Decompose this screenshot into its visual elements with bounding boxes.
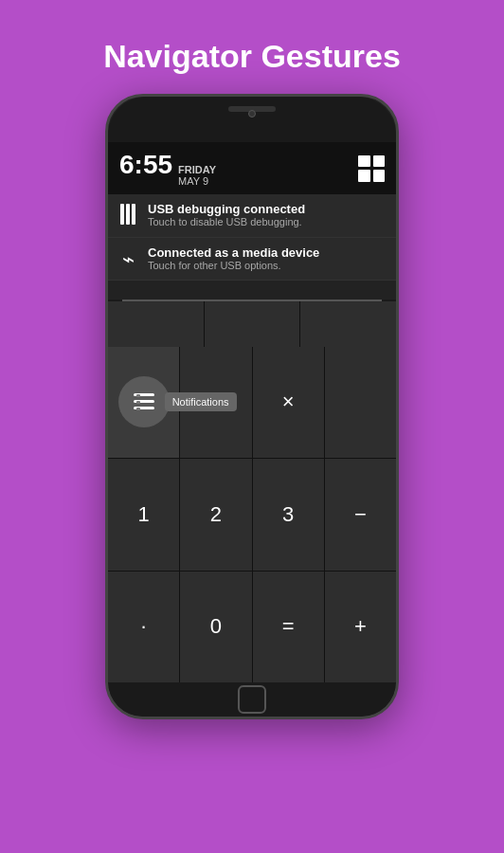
notifications-label: Notifications (165, 392, 237, 411)
svg-rect-2 (132, 204, 135, 225)
calc-rows: Notifications 6 × 1 2 3 − · 0 = (108, 347, 396, 683)
grid-icon (358, 155, 385, 182)
calc-btn-plus[interactable]: + (325, 572, 396, 683)
svg-rect-8 (136, 408, 140, 410)
notification-usb-media[interactable]: ⌁ Connected as a media device Touch for … (108, 238, 396, 281)
volume-up-button[interactable] (105, 210, 108, 239)
usb-media-icon: ⌁ (117, 247, 138, 272)
calc-row-1: Notifications 6 × (108, 347, 396, 459)
calc-btn-minus[interactable]: − (325, 459, 396, 571)
phone-top-bar (108, 97, 396, 142)
clock-time: 6:55 (119, 150, 172, 180)
calc-btn-multiply[interactable]: × (253, 347, 324, 459)
phone-device: 6:55 FRIDAY MAY 9 (105, 94, 399, 719)
calc-btn-empty-r1 (325, 347, 396, 459)
phone-screen: 6:55 FRIDAY MAY 9 (108, 142, 396, 682)
calculator-area: Notifications 6 × 1 2 3 − · 0 = (108, 301, 396, 683)
date-label: MAY 9 (178, 175, 216, 187)
calc-row-2: 1 2 3 − (108, 459, 396, 571)
screen-dark-area (108, 281, 396, 299)
usb-media-subtitle: Touch for other USB options. (148, 260, 319, 271)
usb-media-title: Connected as a media device (148, 245, 319, 260)
svg-rect-7 (136, 401, 140, 404)
day-label: FRIDAY (178, 164, 216, 175)
calc-btn-1[interactable]: 1 (108, 459, 179, 571)
calc-row-3: · 0 = + (108, 572, 396, 683)
notifications-circle-button[interactable] (118, 376, 170, 427)
page-title: Navigator Gestures (103, 38, 401, 75)
date-block: FRIDAY MAY 9 (178, 164, 216, 187)
notification-usb-debug[interactable]: USB debugging connected Touch to disable… (108, 194, 396, 238)
phone-bottom-bar (108, 682, 396, 717)
calc-btn-2[interactable]: 2 (180, 459, 251, 571)
usb-debug-title: USB debugging connected (148, 202, 305, 216)
usb-debug-subtitle: Touch to disable USB debugging. (148, 216, 305, 227)
calc-btn-dot[interactable]: · (108, 572, 179, 683)
notifications-trigger-cell[interactable]: Notifications (108, 347, 179, 459)
calc-empty-cell-3 (300, 301, 396, 347)
calc-btn-0[interactable]: 0 (180, 572, 251, 683)
time-block: 6:55 FRIDAY MAY 9 (119, 150, 216, 187)
calc-empty-cell-2 (205, 301, 300, 347)
power-button[interactable] (396, 229, 399, 277)
svg-rect-0 (120, 204, 124, 225)
calc-btn-3[interactable]: 3 (253, 459, 324, 571)
calc-empty-cell-1 (108, 301, 204, 347)
usb-debug-text: USB debugging connected Touch to disable… (148, 202, 305, 227)
volume-down-button[interactable] (105, 253, 108, 300)
calc-empty-row (108, 301, 396, 347)
usb-debug-icon (117, 204, 138, 229)
home-button[interactable] (238, 685, 266, 714)
calc-btn-equals[interactable]: = (253, 572, 324, 683)
status-icons (358, 155, 385, 182)
usb-media-text: Connected as a media device Touch for ot… (148, 245, 319, 271)
svg-rect-6 (136, 394, 140, 397)
status-bar: 6:55 FRIDAY MAY 9 (108, 142, 396, 194)
svg-rect-1 (126, 204, 130, 225)
phone-camera (248, 110, 256, 118)
